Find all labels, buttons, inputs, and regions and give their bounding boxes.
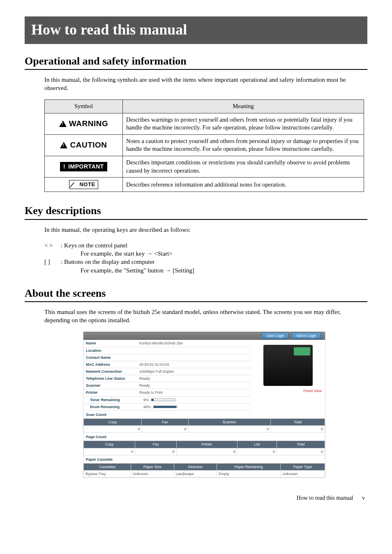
- sc-v-total: 0: [270, 426, 325, 433]
- paper-cassette-label: Paper Cassette: [83, 455, 325, 463]
- pc-v-copy: 0: [84, 448, 135, 455]
- pc-h-copy: Copy: [84, 441, 135, 448]
- pc-h-total: Total: [277, 441, 325, 448]
- heading-screens: About the screens: [25, 286, 367, 302]
- sc-v-copy: 0: [84, 426, 142, 433]
- page-count-label: Page Count: [83, 433, 325, 440]
- key-item-bracket: [ ] : Buttons on the display and compute…: [44, 258, 367, 266]
- pp-h-size: Paper Size: [131, 463, 174, 470]
- mac-value: 00:50:81:41:04:02: [139, 362, 169, 367]
- drum-value: 99%: [143, 404, 151, 409]
- heading-keys: Key descriptions: [25, 203, 367, 219]
- operational-intro: In this manual, the following symbols ar…: [44, 76, 364, 92]
- table-row: NOTE Describes reference information and…: [45, 178, 364, 192]
- pc-h-printer: Printer: [176, 441, 237, 448]
- document-title: How to read this manual: [31, 20, 361, 40]
- scan-count-label: Scan Count: [83, 411, 325, 418]
- screens-intro: This manual uses the screens of the bizh…: [44, 308, 364, 325]
- pc-v-printer: 0: [176, 448, 237, 455]
- col-meaning: Meaning: [123, 100, 364, 113]
- document-title-band: How to read this manual: [25, 16, 367, 44]
- heading-operational: Operational and safety information: [25, 54, 367, 70]
- sc-v-scanner: 0: [188, 426, 270, 433]
- warning-triangle-icon: [59, 120, 67, 127]
- sc-h-copy: Copy: [84, 418, 142, 425]
- screenshot-topbar: User Login Admin Login: [83, 332, 325, 340]
- network-label: Network Connection: [86, 369, 139, 374]
- admin-login-button[interactable]: Admin Login: [291, 332, 321, 339]
- sc-h-scanner: Scanner: [188, 418, 270, 425]
- page-number: v: [362, 495, 365, 501]
- drum-label: Drum Remaining: [90, 404, 143, 409]
- device-image-panel: Panel View: [251, 340, 325, 410]
- warning-label: WARNING: [69, 118, 108, 129]
- note-label: NOTE: [79, 181, 95, 188]
- paper-cassette-table: Cassettes Paper Size Direction Paper Rem…: [83, 463, 325, 478]
- important-symbol: ! IMPORTANT: [60, 162, 107, 171]
- mac-label: MAC Address: [86, 362, 139, 367]
- toner-label: Toner Remaining: [90, 397, 143, 402]
- note-meaning: Describes reference information and addi…: [123, 178, 364, 192]
- key-desc-angle: : Keys on the control panel: [61, 241, 127, 249]
- table-row: CAUTION Notes a caution to protect yours…: [45, 134, 364, 156]
- caution-label: CAUTION: [70, 140, 107, 150]
- key-sym-bracket: [ ]: [44, 258, 61, 266]
- pp-h-direction: Direction: [174, 463, 217, 470]
- user-login-button[interactable]: User Login: [262, 332, 289, 339]
- pp-v-type: Unknown: [280, 470, 325, 477]
- scan-count-table: Copy Fax Scanner Total 0 0 0 0: [83, 418, 325, 433]
- keys-intro: In this manual, the operating keys are d…: [44, 226, 364, 234]
- page-footer: How to read this manual v: [25, 494, 367, 502]
- contact-label: Contact Name: [86, 355, 139, 360]
- pp-h-cassettes: Cassettes: [84, 463, 131, 470]
- key-example-bracket: For example, the "Setting" button → [Set…: [81, 266, 367, 275]
- pc-v-list: 0: [237, 448, 277, 455]
- key-item-angle: < > : Keys on the control panel: [44, 241, 367, 249]
- panel-view-link[interactable]: Panel View: [303, 388, 322, 393]
- col-symbol: Symbol: [45, 100, 123, 113]
- device-info-panel: NameKonica Minolta bizhub 25e Location C…: [83, 340, 251, 410]
- key-example-angle: For example, the start key → <Start>: [81, 249, 367, 258]
- printer-label: Printer: [86, 390, 139, 395]
- table-row: WARNING Describes warnings to protect yo…: [45, 113, 364, 134]
- symbols-table: Symbol Meaning WARNING Describes warning…: [44, 99, 364, 192]
- caution-triangle-icon: [60, 142, 67, 148]
- pc-h-list: List: [237, 441, 277, 448]
- table-row: ! IMPORTANT Describes important conditio…: [45, 156, 364, 178]
- toner-value: 9%: [143, 397, 149, 402]
- caution-symbol: CAUTION: [60, 140, 107, 150]
- location-label: Location: [86, 348, 139, 353]
- pp-v-direction: Landscape: [174, 470, 217, 477]
- pp-v-remaining: Empty: [217, 470, 281, 477]
- toner-bar: [151, 399, 175, 401]
- embedded-screenshot: User Login Admin Login NameKonica Minolt…: [83, 332, 325, 478]
- network-value: 100Mbps Full Duplex: [139, 369, 174, 374]
- footer-text: How to read this manual: [297, 495, 353, 501]
- page-count-table: Copy Fax Printer List Total 0 0 0 0 0: [83, 441, 325, 455]
- printer-image: [263, 345, 313, 386]
- exclaim-icon: !: [63, 163, 65, 171]
- name-value: Konica Minolta bizhub 25e: [139, 341, 183, 346]
- caution-meaning: Notes a caution to protect yourself and …: [123, 134, 364, 156]
- important-label: IMPORTANT: [68, 163, 104, 171]
- key-desc-bracket: : Buttons on the display and computer: [61, 258, 154, 266]
- warning-symbol: WARNING: [59, 118, 108, 129]
- warning-meaning: Describes warnings to protect yourself a…: [123, 113, 364, 134]
- pp-v-size: Unknown: [131, 470, 174, 477]
- telephone-label: Telephone Line Status: [86, 376, 139, 381]
- telephone-value: Ready: [139, 376, 150, 381]
- sc-h-total: Total: [270, 418, 325, 425]
- sc-h-fax: Fax: [142, 418, 188, 425]
- scanner-label: Scanner: [86, 383, 139, 388]
- drum-bar: [153, 406, 177, 408]
- pc-v-total: 0: [277, 448, 325, 455]
- scanner-value: Ready: [139, 383, 150, 388]
- pencil-icon: [70, 182, 79, 187]
- key-sym-angle: < >: [44, 241, 61, 249]
- pp-v-cassettes: Bypass Tray: [84, 470, 131, 477]
- important-meaning: Describes important conditions or restri…: [123, 156, 364, 178]
- name-label: Name: [86, 341, 139, 346]
- pp-h-remaining: Paper Remaining: [217, 463, 281, 470]
- sc-v-fax: 0: [142, 426, 188, 433]
- pp-h-type: Paper Type: [280, 463, 325, 470]
